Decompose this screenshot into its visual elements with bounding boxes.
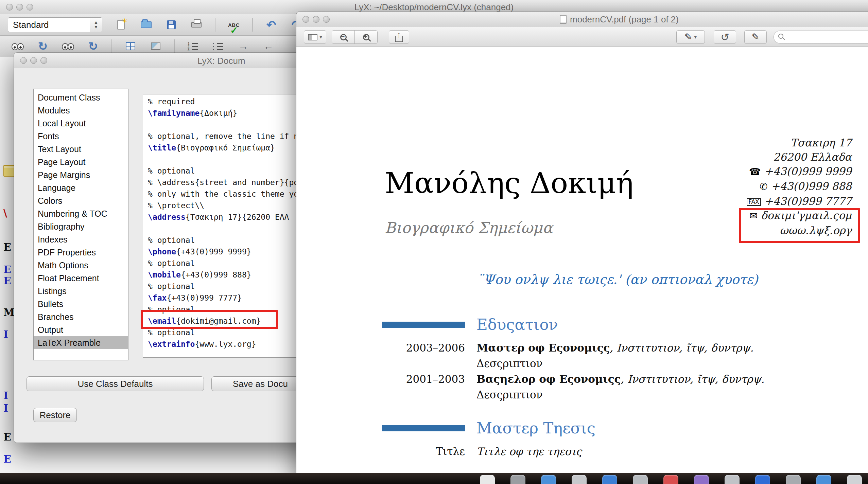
sidebar-item-document-class[interactable]: Document Class xyxy=(34,91,128,104)
dock-icon[interactable] xyxy=(694,475,709,484)
chevron-down-icon: ▾ xyxy=(319,34,322,40)
dock-icon[interactable] xyxy=(816,475,831,484)
contact-text: Τσακιρη 17 xyxy=(791,137,852,149)
sidebar-item-bullets[interactable]: Bullets xyxy=(34,298,128,310)
dock-icon[interactable] xyxy=(541,475,556,484)
numbered-list-icon[interactable] xyxy=(184,38,202,54)
close-button[interactable] xyxy=(302,16,309,23)
chevron-down-icon: ▾ xyxy=(694,34,697,40)
share-button[interactable] xyxy=(389,30,409,44)
sidebar-item-math-options[interactable]: Math Options xyxy=(34,259,128,272)
insert-table-icon[interactable] xyxy=(122,38,139,54)
document-fragment: I xyxy=(3,328,8,340)
new-document-icon[interactable] xyxy=(112,17,130,33)
update-master-icon[interactable]: ↻ xyxy=(84,38,102,54)
sidebar-item-indexes[interactable]: Indexes xyxy=(34,233,128,246)
dock-icon[interactable] xyxy=(602,475,617,484)
section-header: Μαστερ Τηεσις xyxy=(382,420,860,436)
edit-button[interactable]: ✎ xyxy=(744,30,767,44)
sidebar-item-page-layout[interactable]: Page Layout xyxy=(34,156,128,168)
pdf-file-icon xyxy=(560,15,567,24)
sidebar-item-pdf-properties[interactable]: PDF Properties xyxy=(34,246,128,259)
zoom-out-button[interactable]: − xyxy=(332,30,355,44)
entry-content: Τιτλε οφ τηε τηεσις xyxy=(476,445,582,458)
contact-line: 26200 Ελλαδα xyxy=(747,150,852,164)
search-input[interactable] xyxy=(774,31,868,43)
sidebar-item-page-margins[interactable]: Page Margins xyxy=(34,168,128,181)
dock-icon[interactable] xyxy=(847,475,862,484)
zoom-button[interactable] xyxy=(323,16,330,23)
sidebar-item-latex-preamble[interactable]: LaTeX Preamble xyxy=(34,336,128,349)
dock-icon[interactable] xyxy=(786,475,801,484)
sidebar-item-modules[interactable]: Modules xyxy=(34,104,128,117)
entry-description: Δεσςριπτιον xyxy=(476,389,543,401)
increase-depth-icon[interactable]: → xyxy=(235,38,252,54)
minimize-button[interactable] xyxy=(313,16,319,23)
dock-icon[interactable] xyxy=(725,475,740,484)
dock-icon[interactable] xyxy=(663,475,678,484)
close-button[interactable] xyxy=(20,57,27,64)
contact-line: Τσακιρη 17 xyxy=(747,136,852,150)
sidebar-item-fonts[interactable]: Fonts xyxy=(34,130,128,143)
sidebar-item-output[interactable]: Output xyxy=(34,323,128,336)
decrease-depth-icon[interactable]: ← xyxy=(260,38,277,54)
dialog-title: LyX: Docum xyxy=(197,56,245,66)
bullet-list-icon[interactable] xyxy=(209,38,227,54)
contact-line: FAX+43(0)999 7777 xyxy=(747,194,852,208)
cv-description-row: Δεσςριπτιον xyxy=(382,357,860,370)
dock-icon[interactable] xyxy=(633,475,648,484)
pdf-titlebar: modernCV.pdf (page 1 of 2) xyxy=(296,12,868,27)
dock-icon[interactable] xyxy=(755,475,770,484)
paragraph-style-select[interactable]: Standard ▲▼ xyxy=(8,17,102,32)
sidebar-list: Document ClassModulesLocal LayoutFontsTe… xyxy=(33,89,128,360)
dock-icon[interactable] xyxy=(480,475,495,484)
markup-pen-icon: ✎ xyxy=(684,32,692,42)
sidebar-item-language[interactable]: Language xyxy=(34,181,128,194)
sidebar-item-listings[interactable]: Listings xyxy=(34,285,128,298)
open-document-icon[interactable] xyxy=(137,17,155,33)
print-icon[interactable] xyxy=(188,17,205,33)
document-fragment: E xyxy=(3,264,11,275)
section-header: Εδυςατιον xyxy=(382,317,860,332)
search-icon xyxy=(778,34,783,39)
sidebar-item-float-placement[interactable]: Float Placement xyxy=(34,272,128,285)
toolbar-separator xyxy=(215,18,215,32)
zoom-in-button[interactable]: + xyxy=(354,30,378,44)
sidebar-item-colors[interactable]: Colors xyxy=(34,194,128,207)
sidebar-item-text-layout[interactable]: Text Layout xyxy=(34,143,128,156)
sidebar-toggle-button[interactable]: ▾ xyxy=(304,30,326,44)
cv-entry-row: 2003–2006Μαστερ οφ Εςονομιςς, Ινστιτυτιο… xyxy=(382,342,860,354)
dock-icon[interactable] xyxy=(510,475,525,484)
sidebar-item-branches[interactable]: Branches xyxy=(34,310,128,323)
restore-button[interactable]: Restore xyxy=(33,408,77,422)
sidebar-item-numbering-toc[interactable]: Numbering & TOC xyxy=(34,207,128,220)
toolbar-row2-icons: ↻↻→← xyxy=(9,38,277,55)
sidebar-item-bibliography[interactable]: Bibliography xyxy=(34,220,128,233)
undo-button[interactable]: ↺ xyxy=(714,30,736,44)
view-icon[interactable] xyxy=(9,38,27,54)
contact-line: ☎+43(0)999 9999 xyxy=(747,164,852,179)
use-class-defaults-button[interactable]: Use Class Defaults xyxy=(27,376,204,391)
pdf-page: Μανόλης Δοκιμή Βιογραφικό Σημείωμα Τσακι… xyxy=(296,47,868,476)
document-fragment: M xyxy=(3,306,15,318)
markup-button[interactable]: ✎ ▾ xyxy=(676,30,705,44)
phone-icon: ☎ xyxy=(749,166,761,177)
pdf-preview-window: modernCV.pdf (page 1 of 2) ▾ − + ✎ ▾ ↺ ✎… xyxy=(296,12,868,476)
view-master-icon[interactable] xyxy=(59,38,77,54)
insert-graphics-icon[interactable] xyxy=(147,38,164,54)
fax-icon: FAX xyxy=(747,198,761,206)
spellcheck-icon[interactable]: ABC xyxy=(225,17,243,33)
sidebar-item-local-layout[interactable]: Local Layout xyxy=(34,117,128,130)
entry-content: Βαςηελορ οφ Εςονομιςς, Ινστιτυτιον, ῖτψ,… xyxy=(476,373,764,385)
toolbar-separator xyxy=(174,39,175,53)
combo-stepper-icon[interactable]: ▲▼ xyxy=(90,18,102,32)
minimize-button[interactable] xyxy=(30,57,37,64)
dock-icon[interactable] xyxy=(572,475,587,484)
cv-name: Μανόλης Δοκιμή xyxy=(385,166,633,200)
contact-text: +43(0)999 9999 xyxy=(764,165,852,177)
update-icon[interactable]: ↻ xyxy=(34,38,52,54)
edit-pencil-icon: ✎ xyxy=(752,32,760,42)
zoom-button[interactable] xyxy=(40,57,47,64)
save-icon[interactable] xyxy=(162,17,180,33)
undo-icon[interactable]: ↶ xyxy=(262,17,280,33)
